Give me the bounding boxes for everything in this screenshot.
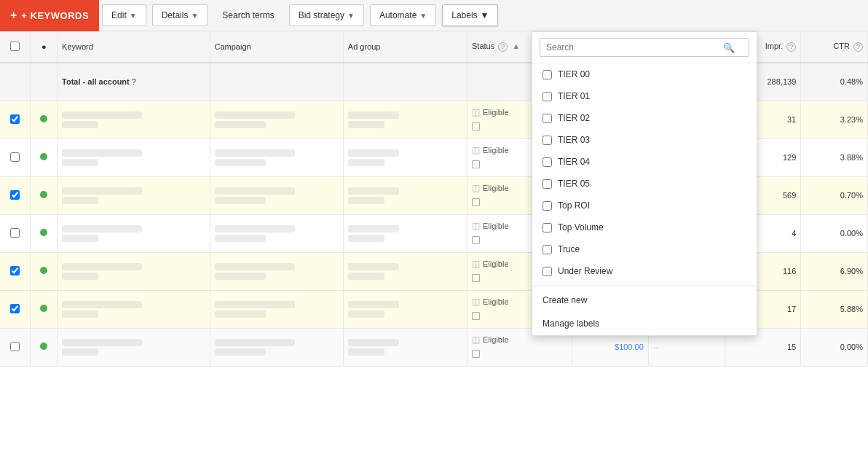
total-dot-cell: [31, 63, 58, 101]
status-speech-icon: ◫: [472, 259, 480, 269]
status-dot-header: ●: [31, 31, 58, 63]
impr-help-icon[interactable]: ?: [786, 42, 796, 52]
dropdown-checkbox-tier01[interactable]: [542, 92, 552, 101]
adgroup-blurred-2: [348, 310, 384, 318]
adgroup-blurred-2: [348, 197, 384, 204]
dropdown-item-tier04[interactable]: TIER 04: [532, 151, 757, 173]
row-checkbox-cell: [0, 101, 31, 138]
row-adgroup-cell: [343, 176, 467, 214]
labels-button[interactable]: Labels ▼: [442, 4, 498, 26]
row-keyword-cell: [58, 101, 210, 138]
dropdown-checkbox-tier00[interactable]: [542, 70, 552, 79]
adgroup-blurred: [348, 301, 399, 308]
row-ctr-cell: 0.00%: [801, 214, 868, 252]
dropdown-checkbox-tier04[interactable]: [542, 157, 552, 167]
status-check-icon: [472, 236, 480, 244]
keyword-blurred: [62, 339, 142, 346]
keyword-blurred: [62, 301, 142, 308]
keywords-button-label: + KEYWORDS: [21, 10, 89, 21]
ctr-value: 0.00%: [840, 229, 863, 238]
dropdown-item-label-top_volume: Top Volume: [558, 222, 604, 232]
keyword-blurred: [62, 149, 142, 157]
row-checkbox-cell: [0, 252, 31, 290]
dropdown-item-tier00[interactable]: TIER 00: [532, 63, 757, 85]
dropdown-item-top_volume[interactable]: Top Volume: [532, 216, 757, 238]
status-check-icon: [472, 198, 480, 206]
dropdown-item-tier05[interactable]: TIER 05: [532, 173, 757, 195]
total-label-cell: Total - all account ?: [58, 63, 210, 101]
dropdown-checkbox-tier03[interactable]: [542, 136, 552, 145]
row-checkbox-cell: [0, 138, 31, 176]
dropdown-checkbox-truce[interactable]: [542, 245, 552, 254]
adgroup-blurred-2: [348, 273, 384, 280]
status-speech-icon: ◫: [472, 297, 480, 307]
dropdown-checkbox-top_volume[interactable]: [542, 223, 552, 232]
bid-strategy-button[interactable]: Bid strategy ▼: [289, 4, 364, 26]
row-checkbox[interactable]: [10, 114, 20, 124]
edit-button[interactable]: Edit ▼: [102, 4, 146, 26]
row-checkbox[interactable]: [10, 304, 20, 313]
row-dot-cell: [31, 290, 58, 328]
status-dot-icon: [40, 229, 47, 236]
details-button[interactable]: Details ▼: [152, 4, 208, 26]
ctr-value: 5.88%: [840, 305, 863, 313]
row-campaign-cell: [210, 252, 343, 290]
status-help-icon[interactable]: ?: [498, 42, 508, 52]
dropdown-item-label-truce: Truce: [558, 244, 580, 254]
select-all-header[interactable]: [0, 31, 31, 63]
row-checkbox-cell: [0, 290, 31, 328]
dropdown-checkbox-under_review[interactable]: [542, 267, 552, 276]
dropdown-item-tier02[interactable]: TIER 02: [532, 107, 757, 129]
dropdown-checkbox-tier02[interactable]: [542, 114, 552, 123]
keyword-column-header[interactable]: Keyword: [58, 31, 210, 63]
dropdown-item-top_roi[interactable]: Top ROI: [532, 195, 757, 216]
adgroup-blurred-2: [348, 121, 384, 128]
automate-button[interactable]: Automate ▼: [370, 4, 436, 26]
total-cb-cell: [0, 63, 31, 101]
details-arrow-icon: ▼: [191, 12, 198, 20]
row-checkbox[interactable]: [10, 342, 20, 351]
status-check-icon: [472, 160, 480, 168]
dropdown-item-label-tier00: TIER 00: [558, 69, 590, 79]
dropdown-checkbox-tier05[interactable]: [542, 179, 552, 189]
row-ctr-cell: 5.88%: [801, 290, 868, 328]
status-text: Eligible: [483, 335, 508, 344]
row-adgroup-cell: [343, 252, 467, 290]
dropdown-item-truce[interactable]: Truce: [532, 238, 757, 260]
row-adgroup-cell: [343, 290, 467, 328]
row-checkbox[interactable]: [10, 152, 20, 162]
create-new-action[interactable]: Create new: [532, 289, 757, 312]
status-text: Eligible: [483, 259, 508, 268]
status-dot-icon: [40, 191, 47, 198]
manage-labels-action[interactable]: Manage labels: [532, 312, 757, 335]
dropdown-item-tier03[interactable]: TIER 03: [532, 129, 757, 151]
labels-dash: --: [653, 343, 658, 351]
adgroup-blurred-2: [348, 348, 384, 356]
total-help-icon[interactable]: ?: [132, 77, 136, 86]
dropdown-checkbox-top_roi[interactable]: [542, 201, 552, 211]
keywords-button[interactable]: + + KEYWORDS: [0, 0, 99, 31]
search-terms-label: Search terms: [222, 10, 274, 20]
dropdown-item-label-top_roi: Top ROI: [558, 200, 590, 211]
row-checkbox[interactable]: [10, 228, 20, 238]
status-check-icon: [472, 274, 480, 282]
status-check-icon: [472, 350, 480, 358]
row-campaign-cell: [210, 138, 343, 176]
labels-search-input[interactable]: [540, 38, 749, 57]
adgroup-column-header[interactable]: Ad group: [343, 31, 467, 63]
dropdown-item-label-tier03: TIER 03: [558, 135, 590, 145]
dropdown-list: TIER 00TIER 01TIER 02TIER 03TIER 04TIER …: [532, 63, 757, 282]
ctr-help-icon[interactable]: ?: [853, 42, 863, 52]
campaign-column-header[interactable]: Campaign: [210, 31, 343, 63]
row-checkbox[interactable]: [10, 266, 20, 275]
dropdown-item-under_review[interactable]: Under Review: [532, 260, 757, 282]
dropdown-item-label-tier04: TIER 04: [558, 157, 590, 167]
row-checkbox-cell: [0, 328, 31, 366]
row-ctr-cell: 3.88%: [801, 138, 868, 176]
dropdown-item-tier01[interactable]: TIER 01: [532, 85, 757, 107]
select-all-checkbox[interactable]: [10, 42, 20, 51]
search-terms-button[interactable]: Search terms: [213, 4, 283, 26]
status-text: Eligible: [483, 222, 508, 230]
row-checkbox[interactable]: [10, 190, 20, 200]
ctr-column-header[interactable]: CTR ?: [801, 31, 868, 63]
